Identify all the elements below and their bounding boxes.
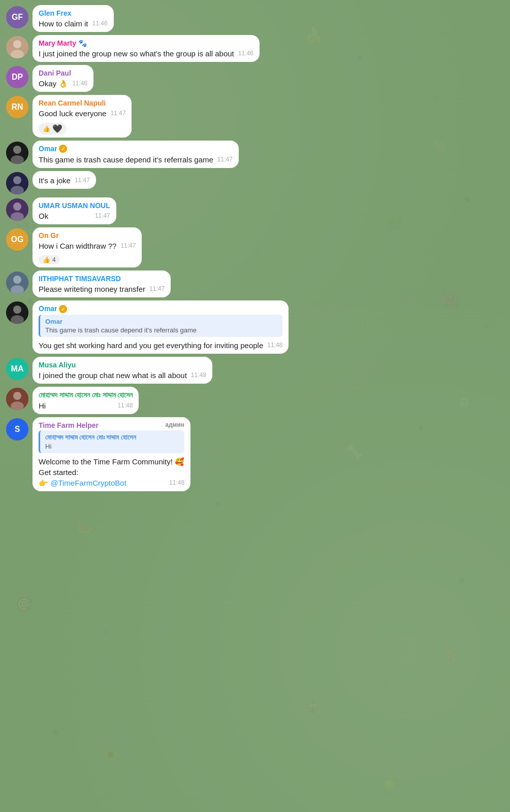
message-bubble: Dani PaulOkay 👌 11:46	[33, 65, 93, 92]
reply-text: This game is trash cause depend it's ref…	[45, 326, 277, 334]
svg-text:☆: ☆	[381, 678, 388, 687]
svg-text:🍕: 🍕	[442, 647, 459, 663]
message-bubble: UMAR USMAN NOULOk 11:47	[33, 197, 116, 224]
svg-text:★: ★	[102, 628, 108, 636]
message-time: 11:47	[149, 285, 165, 293]
message-text: Welcome to the Time Farm Community! 🥰Get…	[39, 456, 184, 488]
avatar	[6, 172, 28, 194]
message-row: GFGlen FrexHow to claim it 11:46	[6, 5, 504, 32]
avatar: GF	[6, 6, 28, 28]
message-text: You get sht working hard and you get eve…	[39, 340, 282, 351]
message-text: It's a joke 11:47	[39, 175, 90, 186]
sender-name: IITHIPHAT TIMSAVARSD	[39, 275, 165, 283]
message-bubble: It's a joke 11:47	[33, 171, 96, 189]
message-row: IITHIPHAT TIMSAVARSDPlease writeting mon…	[6, 270, 504, 297]
message-row: OmarOmarThis game is trash cause depend …	[6, 300, 504, 353]
message-row: MAMusa AliyuI joined the group chat new …	[6, 357, 504, 384]
message-time: 11:47	[95, 212, 110, 220]
svg-text:★: ★	[457, 574, 466, 586]
message-link[interactable]: 👉 @TimeFarmCryptoBot	[39, 479, 126, 487]
sender-name: UMAR USMAN NOUL	[39, 201, 110, 210]
svg-text:☆: ☆	[356, 525, 364, 535]
message-text: This game is trash cause depend it's ref…	[39, 154, 233, 165]
reply-block: OmarThis game is trash cause depend it's…	[39, 315, 282, 337]
message-time: 11:47	[110, 109, 125, 118]
message-text: How to claim it 11:46	[39, 18, 108, 29]
reaction[interactable]: 👍4	[39, 255, 60, 264]
message-text: I joined the group chat new what is all …	[39, 370, 206, 381]
verified-badge	[59, 145, 67, 153]
message-bubble: OmarThis game is trash cause depend it's…	[33, 141, 239, 168]
svg-text:🎯: 🎯	[15, 596, 33, 613]
message-time: 11:47	[75, 176, 90, 185]
sender-name: Time Farm Helperадмин	[39, 421, 184, 429]
sender-name: On Gr	[39, 231, 136, 240]
svg-point-39	[13, 146, 21, 154]
reaction[interactable]: 👍🖤	[39, 123, 67, 134]
svg-point-51	[13, 306, 21, 314]
message-time: 11:46	[72, 79, 87, 88]
message-time: 11:47	[120, 242, 136, 250]
svg-text:➤: ➤	[213, 497, 222, 510]
sender-name: Dani Paul	[39, 69, 87, 77]
svg-point-36	[13, 40, 21, 48]
message-time: 11:46	[238, 49, 253, 58]
message-bubble: IITHIPHAT TIMSAVARSDPlease writeting mon…	[33, 270, 171, 297]
svg-point-42	[13, 176, 21, 184]
message-row: OmarThis game is trash cause depend it's…	[6, 141, 504, 168]
sender-name: Rean Carmel Napuli	[39, 99, 125, 107]
message-bubble: মোহাম্মদ সাদ্দাম হোসেন মোঃ সাদ্দাম হোসেন…	[33, 387, 139, 414]
avatar	[6, 142, 28, 164]
message-time: 11:48	[191, 371, 206, 380]
message-bubble: Musa AliyuI joined the group chat new wh…	[33, 357, 212, 384]
avatar	[6, 388, 28, 410]
message-text: Ok 11:47	[39, 211, 110, 221]
message-bubble: Mary Marty 🐾I just joined the group new …	[33, 35, 260, 62]
reply-sender-name: Omar	[45, 318, 277, 325]
verified-badge	[59, 305, 67, 313]
reply-sender-name: মোহাম্মদ সাদ্দাম হোসেন মোঃ সাদ্দাম হোসেন	[45, 433, 179, 442]
sender-name: Glen Frex	[39, 9, 108, 17]
message-time: 11:48	[117, 401, 133, 410]
avatar: S	[6, 418, 28, 441]
svg-point-48	[13, 276, 21, 284]
svg-point-45	[13, 202, 21, 211]
avatar	[6, 36, 28, 58]
avatar: DP	[6, 66, 28, 88]
message-bubble: Rean Carmel NapuliGood luck everyone 11:…	[33, 95, 132, 138]
chat-container: GFGlen FrexHow to claim it 11:46 Mary Ma…	[0, 0, 510, 496]
admin-badge: админ	[165, 421, 184, 428]
sender-name: মোহাম্মদ সাদ্দাম হোসেন মোঃ সাদ্দাম হোসেন	[39, 391, 133, 399]
message-text: How i Can widthraw ?? 11:47	[39, 241, 136, 251]
reply-block: মোহাম্মদ সাদ্দাম হোসেন মোঃ সাদ্দাম হোসেন…	[39, 430, 184, 453]
svg-text:🌵: 🌵	[406, 546, 423, 562]
message-row: STime Farm Helperадминমোহাম্মদ সাদ্দাম হ…	[6, 417, 504, 491]
svg-text:🎪: 🎪	[305, 699, 320, 714]
message-time: 11:47	[217, 155, 233, 164]
reply-text: Hi	[45, 443, 179, 450]
message-time: 11:48	[169, 479, 184, 487]
sender-name: Musa Aliyu	[39, 361, 206, 369]
sender-name: Mary Marty 🐾	[39, 39, 253, 47]
avatar	[6, 272, 28, 294]
avatar	[6, 198, 28, 221]
message-row: UMAR USMAN NOULOk 11:47	[6, 197, 504, 224]
message-bubble: Time Farm Helperадминমোহাম্মদ সাদ্দাম হো…	[33, 417, 190, 491]
reactions-row: 👍🖤	[39, 121, 125, 134]
message-text: Please writeting money transfer 11:47	[39, 284, 165, 294]
message-text: Good luck everyone 11:47	[39, 108, 125, 119]
avatar	[6, 301, 28, 324]
message-text: Hi 11:48	[39, 400, 133, 411]
svg-point-54	[13, 392, 21, 400]
message-text: I just joined the group new so what's th…	[39, 48, 253, 59]
message-bubble: Glen FrexHow to claim it 11:46	[33, 5, 114, 32]
message-row: It's a joke 11:47	[6, 171, 504, 194]
message-row: RNRean Carmel NapuliGood luck everyone 1…	[6, 95, 504, 138]
message-row: Mary Marty 🐾I just joined the group new …	[6, 35, 504, 62]
message-bubble: OmarOmarThis game is trash cause depend …	[33, 300, 289, 353]
sender-name: Omar	[39, 304, 282, 313]
message-row: DPDani PaulOkay 👌 11:46	[6, 65, 504, 92]
svg-text:★: ★	[51, 727, 60, 738]
message-row: OGOn GrHow i Can widthraw ?? 11:47👍4	[6, 227, 504, 267]
avatar: RN	[6, 96, 28, 118]
